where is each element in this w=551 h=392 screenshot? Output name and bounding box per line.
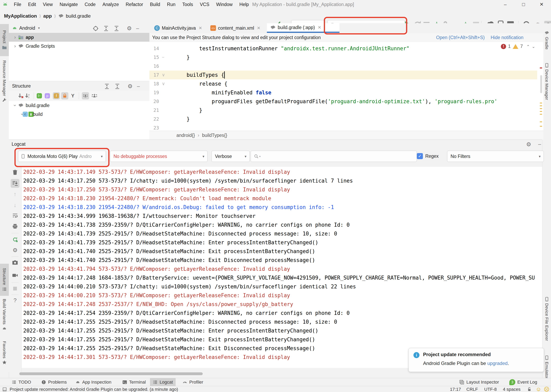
close-icon[interactable]: ✕ <box>318 25 321 30</box>
hide-panel-icon[interactable]: – <box>137 83 140 89</box>
logcat-console[interactable]: 2022-03-29 14:43:17.149 573-573/? E/HWCo… <box>22 167 542 368</box>
tool-window-button-profiler[interactable]: Profiler <box>180 378 206 386</box>
project-view-selector[interactable]: Android <box>19 25 35 31</box>
stripe-tab-device-manager[interactable]: Device Manager <box>542 55 551 107</box>
menu-item-run[interactable]: Run <box>164 0 179 9</box>
tool-window-button-app-inspection[interactable]: App Inspection <box>73 378 114 386</box>
upgrade-link[interactable]: upgraded <box>487 361 508 366</box>
stripe-tab-gradle[interactable]: Gradle <box>542 24 551 56</box>
show-properties-icon[interactable]: p <box>45 93 50 98</box>
tree-row[interactable]: ›Gradle Scripts <box>9 42 153 50</box>
indent-indicator[interactable]: 4 spaces <box>503 387 521 392</box>
tree-chevron-icon[interactable]: › <box>12 102 18 108</box>
stop-screen-record-icon[interactable] <box>11 284 20 293</box>
event-log-button[interactable]: 3 Event Log <box>509 378 537 386</box>
hide-panel-icon[interactable]: – <box>136 25 139 31</box>
breadcrumb-android[interactable]: android{} <box>177 133 195 138</box>
menu-item-help[interactable]: Help <box>236 0 252 9</box>
menu-item-analyze[interactable]: Analyze <box>99 0 122 9</box>
close-icon[interactable]: ✕ <box>257 26 261 30</box>
logcat-horizontal-scrollbar[interactable] <box>19 372 203 375</box>
close-button[interactable]: ✕ <box>537 0 546 9</box>
tree-row[interactable]: ›c▮build <box>9 110 160 119</box>
breadcrumb-project[interactable]: MyApplication <box>4 13 37 19</box>
autoscroll-to-source-icon[interactable] <box>92 93 98 99</box>
collapse-all-icon[interactable] <box>114 83 120 89</box>
sort-by-visibility-icon[interactable] <box>18 93 24 99</box>
search-history-chevron-icon[interactable]: ▾ <box>259 155 261 158</box>
fold-marker-icon[interactable]: − <box>162 53 164 62</box>
close-icon[interactable]: ✕ <box>199 26 202 30</box>
scroll-down-icon[interactable]: ↓ <box>11 201 20 210</box>
editor-scrollbar[interactable] <box>540 75 542 93</box>
logcat-process-select[interactable]: No debuggable processes ▼ <box>110 151 207 162</box>
stripe-tab-favorites[interactable]: Favorites <box>0 336 9 370</box>
next-issue-icon[interactable]: ⌄ <box>532 44 535 49</box>
soft-wrap-icon[interactable] <box>11 211 20 220</box>
maximize-button[interactable]: □ <box>519 0 528 9</box>
logcat-settings-gear-icon[interactable]: ⚙ <box>11 246 20 254</box>
banner-hide-link[interactable]: Hide notification <box>491 35 523 40</box>
tool-window-button-terminal[interactable]: Terminal <box>120 378 148 386</box>
tool-window-button-logcat[interactable]: Logcat <box>150 378 176 386</box>
menu-item-code[interactable]: Code <box>81 0 99 9</box>
expand-all-icon[interactable] <box>104 83 110 89</box>
tree-chevron-icon[interactable]: › <box>12 43 18 49</box>
stripe-tab-build-variants[interactable]: Build Variants <box>0 296 9 334</box>
tree-chevron-icon[interactable]: › <box>20 111 25 117</box>
menu-item-refactor[interactable]: Refactor <box>122 0 147 9</box>
scroll-to-end-icon[interactable] <box>11 179 20 188</box>
menu-item-navigate[interactable]: Navigate <box>56 0 81 9</box>
select-opened-file-icon[interactable] <box>93 25 99 31</box>
fold-marker-icon[interactable]: ∨ <box>162 70 165 79</box>
sad-face-icon[interactable]: ☹ <box>544 386 549 392</box>
stripe-tab-project[interactable]: Project <box>0 24 9 56</box>
menu-item-tools[interactable]: Tools <box>179 0 197 9</box>
caret-position[interactable]: 17:17 <box>450 387 461 392</box>
editor-breadcrumb[interactable]: android{} › buildTypes{} <box>149 131 543 140</box>
banner-open-link[interactable]: Open (Ctrl+Alt+Shift+S) <box>436 35 485 40</box>
menu-item-vcs[interactable]: VCS <box>197 0 213 9</box>
tree-chevron-icon[interactable]: › <box>12 35 18 40</box>
help-icon[interactable]: ? <box>11 296 20 305</box>
logcat-search-input[interactable]: ▾ <box>251 151 417 162</box>
breadcrumb-buildtypes[interactable]: buildTypes{} <box>202 133 227 138</box>
screen-record-icon[interactable] <box>11 271 20 280</box>
menu-item-window[interactable]: Window <box>213 0 236 9</box>
editor-tab-content_main.xml[interactable]: <>content_main.xml✕ <box>207 23 271 33</box>
logcat-device-select[interactable]: Motorola Moto G(6) Play Andro ▼ <box>18 151 106 162</box>
tree-row[interactable]: ›app <box>9 33 153 42</box>
tool-window-button-todo[interactable]: TODO <box>9 378 34 386</box>
happy-face-icon[interactable]: ☺ <box>536 386 541 392</box>
logcat-filter-select[interactable]: No Filters ▼ <box>447 151 544 162</box>
inspection-widget[interactable]: ! 1 7 ⌃ ⌄ <box>501 44 535 49</box>
stripe-tab-resource-manager[interactable]: Resource Manager <box>0 53 9 109</box>
lock-icon[interactable] <box>527 387 532 392</box>
layout-inspector-button[interactable]: Layout Inspector <box>459 378 499 386</box>
tool-window-button-problems[interactable]: Problems <box>38 378 70 386</box>
scroll-up-icon[interactable]: ↑ <box>11 190 20 199</box>
show-inherited-icon[interactable]: I↑ <box>37 93 42 98</box>
notification-balloon[interactable]: i Project update recommended Android Gra… <box>409 348 544 372</box>
breadcrumb-file[interactable]: build.gradle <box>66 13 91 19</box>
panel-settings-gear-icon[interactable]: ⚙ <box>127 25 132 32</box>
screenshot-icon[interactable] <box>11 258 20 267</box>
status-message[interactable]: Project update recommended: Android Grad… <box>10 387 178 392</box>
stripe-tab-structure[interactable]: Structure <box>0 264 9 296</box>
line-ending-indicator[interactable]: CRLF <box>466 387 478 392</box>
menu-item-edit[interactable]: Edit <box>25 0 40 9</box>
breadcrumb[interactable]: MyApplication ⟩ app ⟩ build.gradle <box>4 9 91 23</box>
autoscroll-from-source-icon[interactable] <box>82 92 89 99</box>
show-non-public-icon[interactable] <box>61 92 68 99</box>
clear-logcat-icon[interactable] <box>11 168 20 176</box>
regex-option[interactable]: ✓ Regex <box>417 153 438 159</box>
regex-checkbox[interactable]: ✓ <box>417 153 423 159</box>
editor-tab-mainactivity.java[interactable]: CMainActivity.java✕ <box>151 23 212 33</box>
collapse-all-icon[interactable] <box>113 25 120 31</box>
code-editor[interactable]: 14 testInstrumentationRunner "androidx.t… <box>149 42 543 131</box>
project-tree[interactable]: ›app›Gradle Scripts <box>9 33 149 81</box>
menu-item-file[interactable]: File <box>10 0 25 9</box>
hide-panel-icon[interactable]: – <box>538 141 541 147</box>
structure-tree[interactable]: ›build.gradle›c▮build <box>9 101 149 140</box>
editor-tab-build.gradle[interactable]: build.gradle (:app)✕ <box>267 23 339 33</box>
